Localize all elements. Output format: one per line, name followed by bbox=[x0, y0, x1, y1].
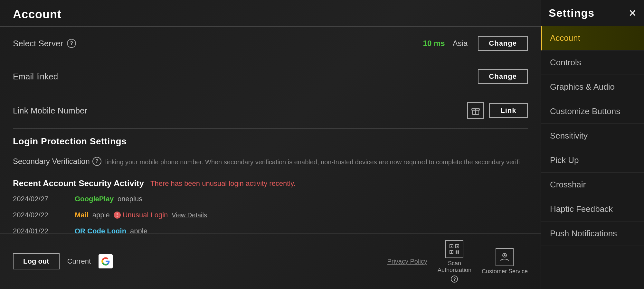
svg-rect-4 bbox=[451, 246, 452, 247]
footer: Log out Current Privacy Policy bbox=[0, 233, 541, 289]
privacy-policy-link[interactable]: Privacy Policy bbox=[387, 258, 427, 265]
sidebar-item-sensitivity[interactable]: Sensitivity bbox=[541, 124, 644, 148]
scan-authorization-action[interactable]: ScanAuthorization ? bbox=[438, 240, 471, 283]
activity-date-3: 2024/01/22 bbox=[13, 227, 71, 233]
server-right: 10 ms Asia Change bbox=[423, 36, 528, 51]
server-change-button[interactable]: Change bbox=[478, 36, 528, 51]
svg-rect-9 bbox=[456, 250, 457, 252]
main-content: Account Select Server ? 10 ms Asia Chang… bbox=[0, 0, 541, 289]
server-location: Asia bbox=[453, 39, 468, 48]
svg-rect-12 bbox=[458, 252, 459, 254]
footer-left: Log out Current bbox=[13, 253, 113, 269]
email-right: Change bbox=[478, 69, 528, 84]
secondary-desc: linking your mobile phone number. When s… bbox=[105, 157, 520, 167]
close-button[interactable]: × bbox=[629, 6, 636, 19]
scan-auth-help-icon[interactable]: ? bbox=[451, 275, 458, 283]
footer-right: Privacy Policy bbox=[387, 240, 528, 283]
view-details-link[interactable]: View Details bbox=[172, 212, 207, 219]
content-body: Select Server ? 10 ms Asia Change Email … bbox=[0, 27, 541, 233]
secondary-label: Secondary Verification ? bbox=[13, 157, 101, 166]
secondary-help-icon[interactable]: ? bbox=[92, 157, 101, 166]
customer-service-icon bbox=[496, 248, 514, 266]
link-mobile-row: Link Mobile Number Link bbox=[0, 93, 541, 128]
activity-device-2: apple bbox=[92, 211, 110, 219]
link-mobile-label: Link Mobile Number bbox=[13, 106, 87, 116]
sidebar-item-pick-up[interactable]: Pick Up bbox=[541, 148, 644, 173]
activity-item-3: 2024/01/22 QR Code Login apple bbox=[0, 223, 541, 233]
unusual-warning: There has been unusual login activity re… bbox=[150, 179, 296, 188]
sidebar-item-account[interactable]: Account bbox=[541, 26, 644, 50]
sidebar-item-crosshair[interactable]: Crosshair bbox=[541, 173, 644, 197]
activity-device-1: oneplus bbox=[118, 195, 142, 203]
sidebar: Settings × Account Controls Graphics & A… bbox=[541, 0, 644, 289]
sidebar-item-haptic-feedback[interactable]: Haptic Feedback bbox=[541, 197, 644, 221]
login-protection-title: Login Protection Settings bbox=[0, 129, 541, 152]
unusual-label: Unusual Login bbox=[123, 211, 168, 219]
email-change-button[interactable]: Change bbox=[478, 69, 528, 84]
mobile-right: Link bbox=[467, 102, 528, 119]
email-linked-label: Email linked bbox=[13, 72, 58, 82]
svg-rect-10 bbox=[458, 250, 459, 252]
sidebar-item-controls[interactable]: Controls bbox=[541, 50, 644, 75]
recent-activity-title: Recent Account Security Activity bbox=[13, 178, 144, 188]
current-label: Current bbox=[67, 257, 91, 266]
google-icon bbox=[99, 254, 113, 268]
customer-service-action[interactable]: Customer Service bbox=[482, 248, 528, 275]
activity-date-2: 2024/02/22 bbox=[13, 211, 71, 219]
sidebar-item-customize-buttons[interactable]: Customize Buttons bbox=[541, 99, 644, 124]
page-title: Account bbox=[0, 0, 541, 27]
secondary-verification-row: Secondary Verification ? linking your mo… bbox=[0, 152, 541, 172]
activity-provider-2: Mail bbox=[75, 211, 89, 219]
email-linked-row: Email linked Change bbox=[0, 60, 541, 93]
activity-item-1: 2024/02/27 GooglePlay oneplus bbox=[0, 191, 541, 207]
svg-point-14 bbox=[504, 254, 506, 256]
logout-button[interactable]: Log out bbox=[13, 253, 60, 269]
svg-rect-6 bbox=[457, 246, 458, 247]
recent-activity-header: Recent Account Security Activity There h… bbox=[0, 172, 541, 191]
activity-device-3: apple bbox=[130, 227, 147, 233]
select-server-label: Select Server ? bbox=[13, 39, 76, 49]
server-help-icon[interactable]: ? bbox=[67, 39, 76, 48]
activity-provider-3: QR Code Login bbox=[75, 227, 126, 233]
scan-authorization-icon bbox=[445, 240, 463, 258]
settings-header: Settings × bbox=[541, 0, 644, 26]
settings-title: Settings bbox=[549, 7, 594, 19]
scan-authorization-label: ScanAuthorization bbox=[438, 260, 471, 274]
svg-rect-8 bbox=[451, 251, 452, 253]
unusual-badge: ! Unusual Login bbox=[114, 211, 168, 219]
select-server-row: Select Server ? 10 ms Asia Change bbox=[0, 27, 541, 60]
server-latency: 10 ms bbox=[423, 39, 445, 48]
unusual-dot-icon: ! bbox=[114, 212, 121, 219]
customer-service-label: Customer Service bbox=[482, 268, 528, 275]
activity-item-2: 2024/02/22 Mail apple ! Unusual Login Vi… bbox=[0, 207, 541, 223]
gift-icon bbox=[467, 102, 484, 119]
activity-provider-1: GooglePlay bbox=[75, 195, 114, 203]
sidebar-item-push-notifications[interactable]: Push Notifications bbox=[541, 221, 644, 246]
activity-date-1: 2024/02/27 bbox=[13, 195, 71, 203]
svg-rect-11 bbox=[456, 252, 457, 254]
mobile-link-button[interactable]: Link bbox=[489, 103, 528, 118]
sidebar-item-graphics-audio[interactable]: Graphics & Audio bbox=[541, 75, 644, 99]
